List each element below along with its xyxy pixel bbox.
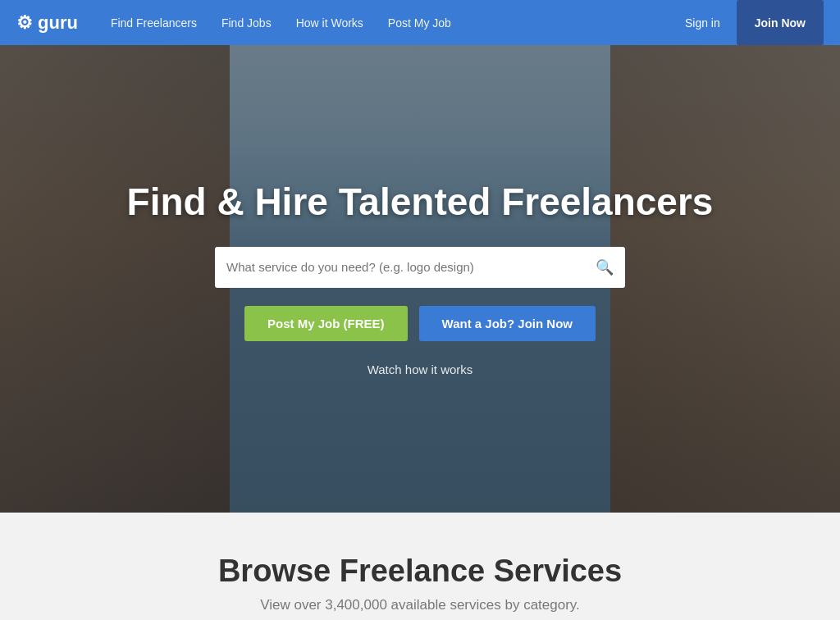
- search-input[interactable]: [226, 260, 596, 274]
- search-bar: 🔍: [215, 247, 625, 288]
- browse-subtitle: View over 3,400,000 available services b…: [16, 597, 824, 613]
- search-icon[interactable]: 🔍: [596, 258, 614, 276]
- nav-post-my-job[interactable]: Post My Job: [388, 16, 451, 30]
- navbar: ⚙ guru Find Freelancers Find Jobs How it…: [0, 0, 840, 45]
- logo-icon: ⚙: [16, 12, 33, 34]
- logo-text: guru: [38, 12, 78, 34]
- nav-find-freelancers[interactable]: Find Freelancers: [111, 16, 197, 30]
- hero-section: Find & Hire Talented Freelancers 🔍 Post …: [0, 45, 840, 513]
- signin-link[interactable]: Sign in: [685, 16, 720, 30]
- watch-how-it-works-link[interactable]: Watch how it works: [368, 362, 473, 376]
- hero-title: Find & Hire Talented Freelancers: [16, 180, 824, 224]
- join-now-button[interactable]: Join Now: [737, 0, 824, 45]
- nav-find-jobs[interactable]: Find Jobs: [221, 16, 272, 30]
- browse-title: Browse Freelance Services: [16, 554, 824, 589]
- browse-section: Browse Freelance Services View over 3,40…: [0, 513, 840, 620]
- nav-how-it-works[interactable]: How it Works: [296, 16, 363, 30]
- auth-section: Sign in Join Now: [685, 0, 824, 45]
- logo[interactable]: ⚙ guru: [16, 12, 78, 34]
- want-job-join-button[interactable]: Want a Job? Join Now: [419, 306, 596, 341]
- post-job-button[interactable]: Post My Job (FREE): [244, 306, 408, 341]
- nav-links: Find Freelancers Find Jobs How it Works …: [111, 16, 685, 30]
- hero-content: Find & Hire Talented Freelancers 🔍 Post …: [0, 180, 840, 377]
- hero-buttons: Post My Job (FREE) Want a Job? Join Now: [16, 306, 824, 341]
